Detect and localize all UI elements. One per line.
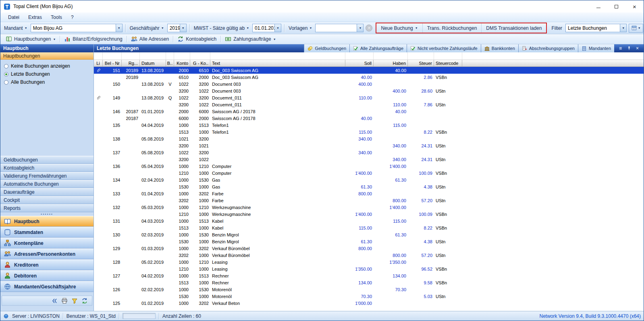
minimize-button[interactable] xyxy=(589,0,607,12)
table-row[interactable]: 13104.03.201910001513Kabel115.00 xyxy=(94,217,644,224)
menu-item-[interactable]: ? xyxy=(66,13,78,21)
sidebar-nav-hauptbuch[interactable]: Hauptbuch xyxy=(0,216,93,227)
sidebar-splitter[interactable]: •••••• xyxy=(0,212,93,216)
tab-geldbuchungen[interactable]: Geldbuchungen xyxy=(304,44,349,52)
column-header-datum[interactable]: Datum xyxy=(140,60,166,66)
tab-abschreibungsgruppen[interactable]: Abschreibungsgruppen xyxy=(518,44,578,52)
table-row[interactable]: 13605.04.201910001210Computer1'400.00 xyxy=(94,163,644,170)
table-row[interactable]: 12101000Leasing1'350.0096.52VSBn xyxy=(94,265,644,272)
table-row[interactable]: 12101000Computer1'400.00100.09VSBn xyxy=(94,170,644,176)
table-row[interactable]: 13002.03.201910001530Benzin Migrol61.30 xyxy=(94,231,644,238)
mandant-combobox[interactable]: Mon Bijou AG▼ xyxy=(31,24,123,32)
table-row[interactable]: 32001022Docuemnt_011110.007.86UStn xyxy=(94,101,644,108)
mandant-dropdown-label[interactable]: Mandant▼ xyxy=(3,25,29,31)
table-row[interactable]: 15301000Motorenöl70.305.03UStn xyxy=(94,293,644,300)
vorlagen-dropdown-label[interactable]: Vorlagen▼ xyxy=(287,25,313,31)
geschaeftsjahr-dropdown-label[interactable]: Geschäftsjahr▼ xyxy=(129,25,165,31)
sidebar-nav-kontenpläne[interactable]: Kontenpläne xyxy=(0,238,93,249)
table-row[interactable]: 32001022Document 003400.0028.60UStn xyxy=(94,87,644,94)
refresh-icon[interactable] xyxy=(81,298,88,304)
grid-layout-button[interactable]: ▼ xyxy=(629,24,643,33)
table-row[interactable]: 12602.02.201910001530Motorenöl70.30 xyxy=(94,286,644,293)
column-header-li[interactable]: Li xyxy=(94,60,103,66)
column-header-soll[interactable]: Soll xyxy=(345,60,374,66)
table-row[interactable]: 13705.08.201910223200340.00 xyxy=(94,149,644,156)
toolbar-button-alle-adressen[interactable]: Alle Adressen xyxy=(128,35,172,43)
dropdown-button[interactable]: ▼ xyxy=(180,24,186,32)
sidebar-item-cockpit[interactable]: Cockpit xyxy=(0,196,93,204)
collapse-left-icon[interactable] xyxy=(51,298,58,304)
vorlagen-combobox[interactable]: ▼ xyxy=(315,24,364,32)
table-row[interactable]: 13402.04.201910001530Gas61.30 xyxy=(94,176,644,183)
dropdown-button[interactable]: ▼ xyxy=(116,24,122,32)
table-row[interactable]: 12501.02.201910003202Verkauf Beton1'000.… xyxy=(94,300,644,307)
table-row[interactable]: 15301000Gas61.304.38UStn xyxy=(94,183,644,190)
pin-icon[interactable] xyxy=(626,46,632,51)
dms-transaktionen-laden-button[interactable]: DMS Transaktionen laden xyxy=(482,23,546,33)
table-row[interactable]: 15013.08.2019V10223200Document 003400.00 xyxy=(94,81,644,87)
table-row[interactable]: 12101000Werkzeugmaschine1'400.00100.09VS… xyxy=(94,211,644,217)
dropdown-button[interactable]: ▼ xyxy=(620,24,626,32)
column-header-text[interactable]: Text xyxy=(210,60,345,66)
table-row[interactable]: 13301.04.201910003202Farbe800.00 xyxy=(94,190,644,197)
sidebar-item-validierung-fremdwährungen[interactable]: Validierung Fremdwährungen xyxy=(0,172,93,180)
mwst-combobox[interactable]: 01.01.2018▼ xyxy=(252,24,281,32)
radio-letzte-buchungen[interactable]: Letzte Buchungen xyxy=(4,71,90,77)
table-row[interactable]: 32001022340.0024.31UStn xyxy=(94,156,644,163)
sidebar-nav-adressen-personenkonten[interactable]: Adressen/Personenkonten xyxy=(0,249,93,259)
neue-buchung-button[interactable]: Neue Buchung▼ xyxy=(376,23,422,33)
table-row[interactable]: 2018760002000Swisscom AG / 2017840.00 xyxy=(94,115,644,122)
table-row[interactable]: 15131000Telefon1115.008.22VSBn xyxy=(94,128,644,135)
toolbar-button-bilanz-erfolgsrechnung[interactable]: Bilanz/Erfolgsrechnung xyxy=(61,35,125,43)
sidebar-item-reports[interactable]: Reports xyxy=(0,204,93,212)
geschaeftsjahr-combobox[interactable]: 2019▼ xyxy=(167,24,187,32)
column-header-rg[interactable]: Rg... xyxy=(122,60,140,66)
toolbar-button-kontoabgleich[interactable]: Kontoabgleich xyxy=(174,35,220,43)
radio-keine-buchungen-anzeigen[interactable]: Keine Buchungen anzeigen xyxy=(4,63,90,69)
column-header-haben[interactable]: Haben xyxy=(374,60,408,66)
menu-item-datei[interactable]: Datei xyxy=(4,13,24,21)
close-button[interactable]: × xyxy=(625,0,644,12)
toolbar-button-hauptbuchungen[interactable]: Hauptbuchungen▼ xyxy=(2,35,59,43)
sidebar-nav-stammdaten[interactable]: Stammdaten xyxy=(0,227,93,238)
table-row[interactable]: 13504.04.201910001513Telefon1115.00 xyxy=(94,122,644,128)
sidebar-nav-mandanten-geschäftsjahre[interactable]: Mandanten/Geschäftsjahre xyxy=(0,281,93,292)
menu-item-tools[interactable]: Tools xyxy=(46,13,66,21)
mwst-dropdown-label[interactable]: MWST - Sätze gültig ab▼ xyxy=(193,25,250,31)
sidebar-nav-kreditoren[interactable]: Kreditoren xyxy=(0,259,93,270)
clear-vorlagen-button[interactable]: × xyxy=(366,25,372,31)
column-header-steuercode[interactable]: Steuercode xyxy=(434,60,462,66)
table-row[interactable]: 32001021340.0024.31UStn xyxy=(94,142,644,149)
sidebar-item-kontoabgleich[interactable]: Kontoabgleich xyxy=(0,164,93,172)
tab-bankkonten[interactable]: Bankkonten xyxy=(481,44,518,52)
menu-item-extras[interactable]: Extras xyxy=(24,13,46,21)
tab-alle-zahlungsaufträge[interactable]: Alle Zahlungsaufträge xyxy=(349,44,407,52)
table-row[interactable]: 1512018913.08.201920006510Doc_003 Swissc… xyxy=(94,67,644,74)
table-row[interactable]: 13205.03.201910001210Werkzeugmaschine1'4… xyxy=(94,204,644,211)
sidebar-item-automatische-buchungen[interactable]: Automatische Buchungen xyxy=(0,180,93,188)
table-row[interactable]: 32021000Farbe800.0057.20UStn xyxy=(94,197,644,204)
filter-combobox[interactable]: Letzte Buchungen▼ xyxy=(565,24,627,32)
column-header-bel-nr[interactable]: Bel - Nr xyxy=(103,60,122,66)
table-row[interactable]: 12704.02.201910001513Rechner134.00 xyxy=(94,272,644,279)
menu-icon[interactable]: ≡ xyxy=(618,46,623,51)
column-header-b[interactable]: B.. xyxy=(166,60,174,66)
table-row[interactable]: 32021000Verkauf Büromöbel800.0057.20UStn xyxy=(94,252,644,259)
toolbar-button-zahlungsaufträge[interactable]: Zahlungsaufträge▼ xyxy=(222,35,279,43)
table-row[interactable]: 12805.02.201910001210Leasing1'350.00 xyxy=(94,259,644,265)
column-header-g-ko[interactable]: G - Ko.. xyxy=(190,60,210,66)
dropdown-button[interactable]: ▼ xyxy=(357,24,363,32)
table-row[interactable]: 15301000Benzin Migrol61.304.38UStn xyxy=(94,238,644,245)
dropdown-button[interactable]: ▼ xyxy=(274,24,281,32)
table-row[interactable]: 15131000Kabel115.008.22VSBn xyxy=(94,224,644,231)
sidebar-nav-debitoren[interactable]: Debitoren xyxy=(0,270,93,281)
column-header-steuer[interactable]: Steuer xyxy=(408,60,434,66)
radio-alle-buchungen[interactable]: Alle Buchungen xyxy=(4,79,90,85)
tab-mandanten[interactable]: Mandanten xyxy=(578,44,614,52)
table-row[interactable]: 13805.08.201910213200340.00 xyxy=(94,135,644,142)
column-header-konto[interactable]: Konto xyxy=(174,60,190,66)
sidebar-item-geldbuchungen[interactable]: Geldbuchungen xyxy=(0,156,93,164)
trans-rueckbuchungen-button[interactable]: Trans. Rückbuchungen xyxy=(423,23,482,33)
tab-nicht-verbuchte-zahlungsläufe[interactable]: Nicht verbuchte Zahlungsläufe xyxy=(407,44,481,52)
table-row[interactable]: 2018965102000Doc_003 Swisscom AG40.002.8… xyxy=(94,74,644,81)
